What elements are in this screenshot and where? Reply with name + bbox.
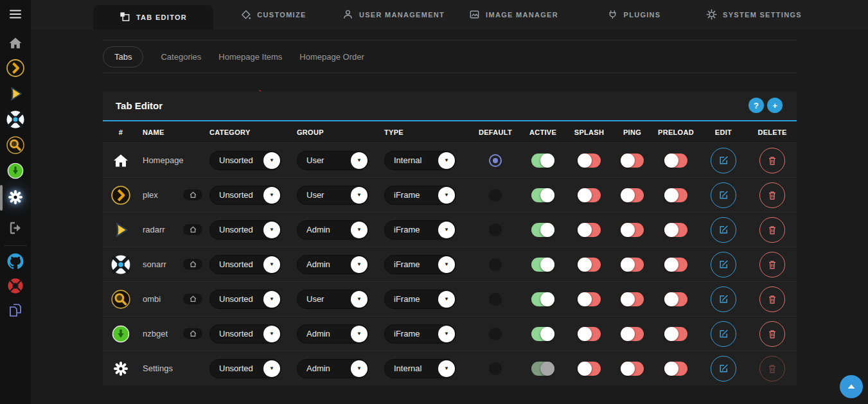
group-select[interactable]: User▼ [297, 290, 369, 309]
type-select[interactable]: Internal▼ [384, 359, 456, 378]
preload-toggle[interactable] [664, 188, 687, 202]
docs-icon[interactable] [0, 299, 31, 321]
settings-gear-icon[interactable] [0, 186, 31, 208]
splash-toggle[interactable] [578, 258, 601, 272]
type-select[interactable]: iFrame▼ [384, 220, 456, 240]
nav-tab-user-management[interactable]: USER MANAGEMENT [333, 0, 454, 30]
edit-button[interactable] [711, 182, 736, 208]
nav-tab-plugins[interactable]: PLUGINS [574, 0, 694, 30]
preload-toggle[interactable] [664, 292, 687, 306]
menu-icon[interactable] [0, 3, 31, 25]
category-select[interactable]: Unsorted▼ [209, 220, 281, 240]
active-toggle[interactable] [531, 223, 554, 237]
default-radio[interactable] [489, 258, 502, 271]
edit-button[interactable] [711, 148, 736, 173]
splash-toggle[interactable] [578, 292, 601, 306]
group-select[interactable]: User▼ [297, 151, 369, 170]
splash-toggle[interactable] [578, 327, 601, 341]
active-toggle[interactable] [531, 362, 554, 376]
default-radio[interactable] [489, 293, 502, 306]
tab-name: plex [143, 190, 158, 200]
default-radio[interactable] [489, 189, 502, 202]
default-radio[interactable] [489, 224, 502, 236]
type-select[interactable]: iFrame▼ [384, 186, 456, 205]
preload-toggle[interactable] [664, 258, 687, 272]
splash-toggle[interactable] [578, 188, 601, 202]
group-select[interactable]: Admin▼ [297, 359, 369, 378]
table-row: nzbget Unsorted▼ Admin▼ iFrame▼ [103, 316, 797, 351]
active-toggle[interactable] [531, 258, 554, 272]
nav-tab-customize[interactable]: CUSTOMIZE [213, 0, 333, 30]
edit-button[interactable] [711, 321, 736, 347]
ping-toggle[interactable] [621, 223, 644, 237]
ping-toggle[interactable] [621, 188, 644, 202]
active-toggle[interactable] [531, 154, 554, 168]
ping-toggle[interactable] [621, 327, 644, 341]
delete-button[interactable] [759, 148, 785, 173]
group-select[interactable]: User▼ [297, 186, 369, 205]
subnav-categories[interactable]: Categories [161, 52, 201, 62]
default-radio[interactable] [489, 328, 502, 340]
edit-button[interactable] [711, 217, 736, 243]
group-select[interactable]: Admin▼ [297, 255, 369, 274]
home-icon[interactable] [0, 32, 31, 54]
add-tab-button[interactable]: + [767, 98, 783, 113]
plex-icon[interactable] [0, 57, 31, 79]
nav-tab-system-settings[interactable]: SYSTEM SETTINGS [694, 0, 814, 30]
splash-toggle[interactable] [578, 154, 601, 168]
category-select[interactable]: Unsorted▼ [209, 359, 281, 378]
delete-button[interactable] [759, 252, 785, 277]
splash-toggle[interactable] [578, 362, 601, 376]
scroll-top-button[interactable] [840, 375, 863, 398]
edit-button[interactable] [711, 356, 736, 382]
category-select[interactable]: Unsorted▼ [209, 151, 281, 170]
support-icon[interactable] [0, 275, 31, 297]
default-radio[interactable] [489, 154, 502, 167]
sidebar-scrollbar[interactable] [0, 185, 3, 211]
category-select[interactable]: Unsorted▼ [209, 324, 281, 344]
category-select[interactable]: Unsorted▼ [209, 290, 281, 309]
ping-toggle[interactable] [621, 292, 644, 306]
preload-toggle[interactable] [664, 327, 687, 341]
active-toggle[interactable] [531, 188, 554, 202]
ping-toggle[interactable] [621, 154, 644, 168]
ping-toggle[interactable] [621, 258, 644, 272]
ping-toggle[interactable] [621, 362, 644, 376]
group-select[interactable]: Admin▼ [297, 220, 369, 240]
category-select[interactable]: Unsorted▼ [209, 255, 281, 274]
category-select[interactable]: Unsorted▼ [209, 186, 281, 205]
sonarr-icon[interactable] [0, 109, 31, 130]
type-select[interactable]: iFrame▼ [384, 324, 456, 344]
subnav-homepage-order[interactable]: Homepage Order [299, 52, 364, 62]
type-select[interactable]: iFrame▼ [384, 255, 456, 274]
active-toggle[interactable] [531, 327, 554, 341]
nav-tab-image-manager[interactable]: IMAGE MANAGER [454, 0, 574, 30]
splash-toggle[interactable] [578, 223, 601, 237]
type-select[interactable]: Internal▼ [384, 151, 456, 170]
edit-button[interactable] [711, 252, 736, 277]
plug-icon [607, 9, 618, 21]
nav-tab-tab-editor[interactable]: TAB EDITOR [93, 5, 213, 30]
subnav-tabs[interactable]: Tabs [103, 46, 143, 67]
delete-button[interactable] [759, 286, 785, 312]
delete-button[interactable] [759, 321, 785, 347]
group-select[interactable]: Admin▼ [297, 324, 369, 344]
github-icon[interactable] [0, 250, 31, 272]
radarr-icon[interactable] [0, 83, 31, 105]
edit-button[interactable] [711, 286, 736, 312]
delete-button[interactable] [759, 182, 785, 208]
type-select[interactable]: iFrame▼ [384, 290, 456, 309]
ombi-icon[interactable] [0, 134, 31, 156]
logout-icon[interactable] [0, 217, 31, 239]
help-button[interactable]: ? [748, 98, 764, 113]
nzbget-icon[interactable] [0, 160, 31, 182]
preload-toggle[interactable] [664, 223, 687, 237]
delete-button[interactable] [759, 217, 785, 243]
preload-toggle[interactable] [664, 154, 687, 168]
delete-button[interactable] [759, 356, 785, 382]
preload-toggle[interactable] [664, 362, 687, 376]
active-toggle[interactable] [531, 292, 554, 306]
default-radio[interactable] [489, 362, 502, 375]
tab-table-body: Homepage Unsorted▼ User▼ Internal▼ plex … [103, 143, 797, 385]
subnav-homepage-items[interactable]: Homepage Items [218, 52, 282, 62]
